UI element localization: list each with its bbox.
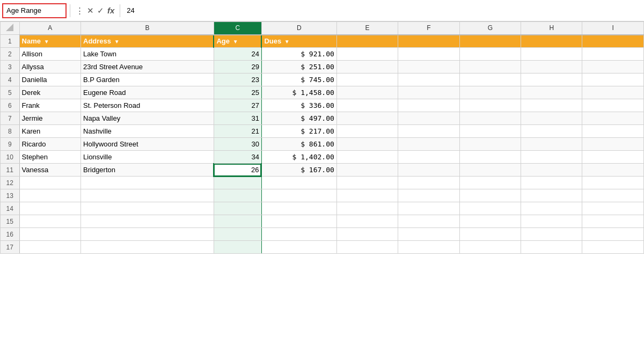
cell-8I[interactable] bbox=[582, 125, 644, 138]
cell-3C[interactable]: 29 bbox=[214, 61, 261, 74]
cell-5H[interactable] bbox=[521, 86, 582, 99]
cell-4B[interactable]: B.P Garden bbox=[81, 74, 214, 86]
cell-4G[interactable] bbox=[459, 74, 521, 86]
col-header-A[interactable]: A bbox=[19, 22, 80, 35]
col-header-I[interactable]: I bbox=[582, 22, 644, 35]
cell-8G[interactable] bbox=[459, 125, 521, 138]
cell-15E[interactable] bbox=[336, 215, 398, 228]
cell-7D[interactable]: $ 497.00 bbox=[261, 112, 336, 125]
cell-11E[interactable] bbox=[336, 164, 398, 177]
cell-11A[interactable]: Vanessa bbox=[19, 164, 80, 177]
header-age[interactable]: Age ▼ bbox=[214, 35, 261, 48]
cell-7E[interactable] bbox=[336, 112, 398, 125]
cell-6B[interactable]: St. Peterson Road bbox=[81, 99, 214, 112]
cell-17F[interactable] bbox=[398, 241, 459, 254]
cell-6F[interactable] bbox=[398, 99, 459, 112]
cell-3E[interactable] bbox=[336, 61, 398, 74]
cell-3B[interactable]: 23rd Street Avenue bbox=[81, 61, 214, 74]
cell-7I[interactable] bbox=[582, 112, 644, 125]
cell-4D[interactable]: $ 745.00 bbox=[261, 74, 336, 86]
cell-17G[interactable] bbox=[459, 241, 521, 254]
cell-15C[interactable] bbox=[214, 215, 261, 228]
col-header-E[interactable]: E bbox=[336, 22, 398, 35]
cell-8B[interactable]: Nashville bbox=[81, 125, 214, 138]
cell-5B[interactable]: Eugene Road bbox=[81, 86, 214, 99]
col-header-H[interactable]: H bbox=[521, 22, 582, 35]
cell-16I[interactable] bbox=[582, 228, 644, 241]
cell-13I[interactable] bbox=[582, 189, 644, 202]
cell-14B[interactable] bbox=[81, 202, 214, 215]
filter-arrow-name[interactable]: ▼ bbox=[44, 39, 49, 45]
cell-9B[interactable]: Hollywoord Street bbox=[81, 138, 214, 151]
cell-6D[interactable]: $ 336.00 bbox=[261, 99, 336, 112]
cell-2E[interactable] bbox=[336, 48, 398, 61]
cell-13D[interactable] bbox=[261, 189, 336, 202]
cell-15H[interactable] bbox=[521, 215, 582, 228]
cell-13H[interactable] bbox=[521, 189, 582, 202]
cell-12C[interactable] bbox=[214, 177, 261, 189]
cell-16A[interactable] bbox=[19, 228, 80, 241]
cell-14A[interactable] bbox=[19, 202, 80, 215]
cell-9D[interactable]: $ 861.00 bbox=[261, 138, 336, 151]
cell-12F[interactable] bbox=[398, 177, 459, 189]
header-address[interactable]: Address ▼ bbox=[81, 35, 214, 48]
cell-6I[interactable] bbox=[582, 99, 644, 112]
cell-14I[interactable] bbox=[582, 202, 644, 215]
col-header-B[interactable]: B bbox=[81, 22, 214, 35]
cell-8C[interactable]: 21 bbox=[214, 125, 261, 138]
cell-1F[interactable] bbox=[398, 35, 459, 48]
cell-11H[interactable] bbox=[521, 164, 582, 177]
cell-13B[interactable] bbox=[81, 189, 214, 202]
cell-4I[interactable] bbox=[582, 74, 644, 86]
cell-10B[interactable]: Lionsville bbox=[81, 151, 214, 164]
cell-14H[interactable] bbox=[521, 202, 582, 215]
cell-15F[interactable] bbox=[398, 215, 459, 228]
dots-icon[interactable]: ⋮ bbox=[76, 6, 84, 16]
cell-9H[interactable] bbox=[521, 138, 582, 151]
cell-16F[interactable] bbox=[398, 228, 459, 241]
cell-11F[interactable] bbox=[398, 164, 459, 177]
cell-17D[interactable] bbox=[261, 241, 336, 254]
cell-3H[interactable] bbox=[521, 61, 582, 74]
cell-9E[interactable] bbox=[336, 138, 398, 151]
filter-arrow-address[interactable]: ▼ bbox=[114, 39, 120, 45]
cell-8H[interactable] bbox=[521, 125, 582, 138]
cell-5D[interactable]: $ 1,458.00 bbox=[261, 86, 336, 99]
cell-10E[interactable] bbox=[336, 151, 398, 164]
cell-12A[interactable] bbox=[19, 177, 80, 189]
cell-9F[interactable] bbox=[398, 138, 459, 151]
cell-10F[interactable] bbox=[398, 151, 459, 164]
cell-17B[interactable] bbox=[81, 241, 214, 254]
cell-14G[interactable] bbox=[459, 202, 521, 215]
cell-15G[interactable] bbox=[459, 215, 521, 228]
function-icon[interactable]: fx bbox=[107, 6, 114, 15]
cell-2D[interactable]: $ 921.00 bbox=[261, 48, 336, 61]
cell-17H[interactable] bbox=[521, 241, 582, 254]
cell-12D[interactable] bbox=[261, 177, 336, 189]
cell-13F[interactable] bbox=[398, 189, 459, 202]
cell-8A[interactable]: Karen bbox=[19, 125, 80, 138]
cell-8F[interactable] bbox=[398, 125, 459, 138]
cell-12I[interactable] bbox=[582, 177, 644, 189]
cell-11I[interactable] bbox=[582, 164, 644, 177]
col-header-D[interactable]: D bbox=[261, 22, 336, 35]
cell-7H[interactable] bbox=[521, 112, 582, 125]
cell-7C[interactable]: 31 bbox=[214, 112, 261, 125]
cell-6H[interactable] bbox=[521, 99, 582, 112]
cell-17A[interactable] bbox=[19, 241, 80, 254]
cell-16B[interactable] bbox=[81, 228, 214, 241]
cell-16H[interactable] bbox=[521, 228, 582, 241]
cell-17E[interactable] bbox=[336, 241, 398, 254]
cell-12E[interactable] bbox=[336, 177, 398, 189]
cell-5G[interactable] bbox=[459, 86, 521, 99]
cell-1H[interactable] bbox=[521, 35, 582, 48]
header-name[interactable]: Name ▼ bbox=[19, 35, 80, 48]
cell-12H[interactable] bbox=[521, 177, 582, 189]
cell-3G[interactable] bbox=[459, 61, 521, 74]
col-header-C[interactable]: C bbox=[214, 22, 261, 35]
cell-5C[interactable]: 25 bbox=[214, 86, 261, 99]
cell-15I[interactable] bbox=[582, 215, 644, 228]
cell-13G[interactable] bbox=[459, 189, 521, 202]
cell-16C[interactable] bbox=[214, 228, 261, 241]
cell-10H[interactable] bbox=[521, 151, 582, 164]
